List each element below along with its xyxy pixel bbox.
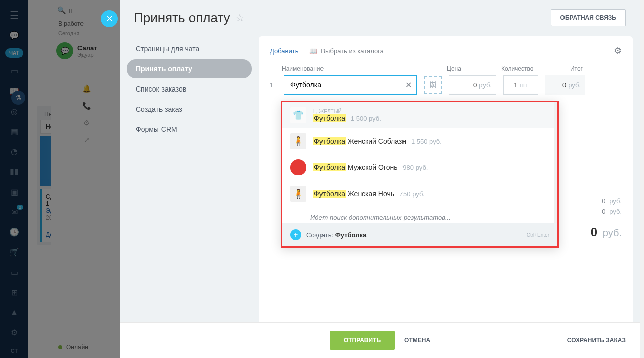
catalog-link[interactable]: 📖 Выбрать из каталога [309,47,383,55]
plus-icon: + [290,229,301,240]
product-sku: L, ЖЕЛТЫЙ [313,109,546,114]
close-button[interactable]: ✕ [101,10,118,27]
product-thumb: 🧍 [290,186,306,202]
table-headers: Наименование Цена Количество Итог [270,65,622,72]
cancel-button[interactable]: ОТМЕНА [404,337,430,344]
book-icon: 📖 [309,47,317,55]
dropdown-item[interactable]: 👕L, ЖЕЛТЫЙФутболка 1 500 руб. [282,102,554,128]
price-input[interactable]: 0руб. [449,75,496,95]
product-name: Футболка Женская Ночь 750 руб. [313,190,546,198]
product-thumb: 👕 [290,107,306,123]
create-product-row[interactable]: + Создать: Футболка Ctrl+Enter [282,223,557,246]
product-name: Футболка Мужской Огонь 980 руб. [313,163,546,171]
th-price: Цена [447,65,494,72]
create-label: Создать: [306,231,333,239]
product-price: 1 550 руб. [411,138,442,145]
star-icon[interactable]: ☆ [235,12,245,24]
row-number: 1 [270,81,277,89]
modal-footer: ОТПРАВИТЬ ОТМЕНА СОХРАНИТЬ ЗАКАЗ [120,322,640,358]
dropdown-item[interactable]: Футболка Мужской Огонь 980 руб. [282,154,554,181]
menu-crm-forms[interactable]: Формы CRM [127,120,252,139]
menu-chat-pages[interactable]: Страницы для чата [127,39,252,58]
product-name-input[interactable] [284,75,417,95]
th-name: Наименование [282,65,415,72]
scrollbar[interactable] [640,0,644,358]
th-qty: Количество [501,65,536,72]
menu-order-list[interactable]: Список заказов [127,79,252,99]
save-order-button[interactable]: СОХРАНИТЬ ЗАКАЗ [567,337,626,344]
add-link[interactable]: Добавить [270,47,298,55]
create-value: Футболка [335,231,367,239]
row-total: 0руб. [545,75,585,95]
side-menu: Страницы для чата Принять оплату Список … [127,35,252,322]
product-name: Футболка 1 500 руб. [313,114,546,122]
autocomplete-dropdown: 👕L, ЖЕЛТЫЙФутболка 1 500 руб.🧍Футболка Ж… [281,101,559,248]
menu-accept-payment[interactable]: Принять оплату [127,59,252,78]
loading-text: Идет поиск дополнительных результатов... [282,207,554,223]
image-icon: 🖼 [429,81,436,89]
dropdown-item[interactable]: 🧍Футболка Женская Ночь 750 руб. [282,181,554,207]
qty-input[interactable]: 1шт [503,75,538,95]
feedback-button[interactable]: ОБРАТНАЯ СВЯЗЬ [551,9,626,26]
product-thumb: 🧍 [290,133,306,149]
product-row: 1 ✕ 🖼 0руб. 1шт 0руб. [270,75,622,95]
modal-title: Принять оплату [134,10,230,26]
product-name: Футболка Женский Соблазн 1 550 руб. [313,137,546,145]
clear-input-icon[interactable]: ✕ [405,80,412,90]
product-thumb [290,159,306,175]
send-button[interactable]: ОТПРАВИТЬ [330,331,395,350]
product-price: 980 руб. [403,164,428,171]
totals: 0 руб. 0 руб. 0 руб. [591,197,622,239]
payment-modal: ✕ Принять оплату ☆ ОБРАТНАЯ СВЯЗЬ Страни… [120,0,640,358]
image-upload[interactable]: 🖼 [424,76,442,94]
shortcut-hint: Ctrl+Enter [527,232,549,238]
product-price: 750 руб. [399,190,425,198]
menu-create-order[interactable]: Создать заказ [127,100,252,119]
content-panel: Добавить 📖 Выбрать из каталога ⚙ Наимено… [259,36,633,322]
modal-header: Принять оплату ☆ ОБРАТНАЯ СВЯЗЬ [120,0,640,35]
th-total: Итог [543,65,583,72]
product-price: 1 500 руб. [351,115,381,122]
settings-icon[interactable]: ⚙ [614,45,622,56]
dropdown-item[interactable]: 🧍Футболка Женский Соблазн 1 550 руб. [282,128,554,154]
